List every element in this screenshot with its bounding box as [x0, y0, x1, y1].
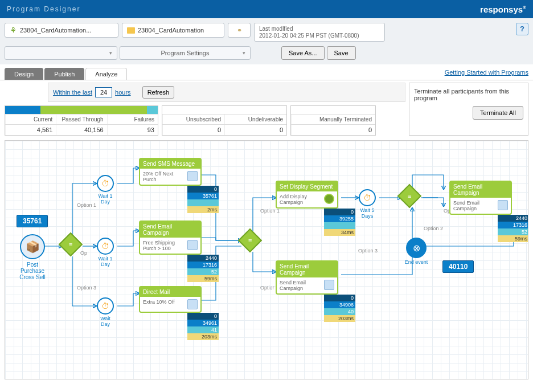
- end-node[interactable]: ⊗ End event: [404, 238, 429, 265]
- stat-unsub-val: 0: [162, 125, 224, 135]
- dropdown-1[interactable]: [5, 46, 117, 60]
- end-icon: ⊗: [406, 238, 427, 258]
- gateway-1[interactable]: ≡: [62, 236, 79, 253]
- brand-logo: responsys®: [480, 5, 526, 14]
- flow-connectors: [5, 141, 528, 379]
- opt-2: Op: [80, 250, 87, 256]
- last-modified-box: Last modified 2012-01-20 04:25 PM PST (G…: [254, 23, 385, 42]
- hours-input[interactable]: [95, 87, 112, 97]
- program-settings-dropdown[interactable]: Program Settings: [120, 46, 251, 60]
- stats-row: Current Passed Through Failures 4,561 40…: [5, 105, 405, 136]
- terminate-text: Terminate all participants from this pro…: [414, 88, 523, 101]
- timer-1[interactable]: ⏱Wait 1 Day: [96, 175, 114, 205]
- save-as-button[interactable]: Save As...: [281, 46, 325, 60]
- gateway-3[interactable]: ≡: [401, 187, 418, 205]
- link-box[interactable]: ⚭: [228, 23, 251, 38]
- end-label: End event: [404, 259, 429, 265]
- tab-publish[interactable]: Publish: [44, 68, 84, 80]
- stat-unsub-hdr: Unsubscribed: [162, 115, 224, 124]
- program-path: 23804_CardAutomation...: [20, 27, 91, 34]
- activity-display-segment[interactable]: Set Display SegmentAdd Display Campaign …: [276, 181, 355, 236]
- opt-7: Optior: [260, 285, 274, 291]
- start-icon: 📦: [20, 234, 45, 259]
- activity-email-3[interactable]: Send Email CampaignSend Email Campaign 2…: [449, 181, 528, 242]
- app-title: Program Designer: [7, 5, 80, 13]
- getting-started-link[interactable]: Getting Started with Programs: [445, 69, 528, 79]
- start-label: Post Purchase Cross Sell: [17, 262, 48, 280]
- help-button[interactable]: ?: [516, 23, 528, 35]
- refresh-button[interactable]: Refresh: [142, 86, 175, 99]
- activity-sms[interactable]: Send SMS Message20% Off Next Purch 03576…: [139, 158, 219, 213]
- program-tree-icon: ⚘: [10, 26, 17, 35]
- app-header: Program Designer responsys®: [0, 0, 533, 18]
- opt-3: Option 3: [77, 285, 96, 291]
- program-path-box[interactable]: ⚘ 23804_CardAutomation...: [5, 23, 118, 38]
- opt-6: Option 3: [358, 248, 378, 254]
- folder-name: 23804_CardAutomation: [138, 27, 204, 34]
- tabs: Design Publish Analyze Getting Started w…: [0, 64, 533, 80]
- activity-email-2[interactable]: Send Email CampaignSend Email Campaign 0…: [276, 260, 355, 322]
- timer-3[interactable]: ⏱Wait Day: [96, 297, 114, 327]
- folder-icon: [127, 27, 135, 34]
- chain-icon: ⚭: [237, 27, 242, 34]
- terminate-all-button[interactable]: Terminate All: [473, 106, 523, 120]
- folder-box[interactable]: 23804_CardAutomation: [122, 23, 224, 38]
- stat-passed-hdr: Passed Through: [56, 115, 106, 124]
- toolbar: ⚘ 23804_CardAutomation... 23804_CardAuto…: [0, 18, 533, 46]
- within-link[interactable]: Within the last: [53, 89, 92, 96]
- filter-row: Within the last hours Refresh: [48, 83, 405, 102]
- gateway-2[interactable]: ≡: [241, 232, 259, 249]
- end-count-badge: 40110: [442, 260, 474, 273]
- stat-failures-val: 93: [107, 125, 158, 135]
- stat-current-val: 4,561: [5, 125, 56, 135]
- tab-design[interactable]: Design: [5, 68, 43, 80]
- flow-canvas[interactable]: 35761 📦 Post Purchase Cross Sell ≡ ⏱Wait…: [5, 140, 528, 379]
- activity-email-1[interactable]: Send Email CampaignFree Shipping Purch >…: [139, 220, 219, 282]
- tab-analyze[interactable]: Analyze: [85, 68, 127, 80]
- stat-undeliv-val: 0: [224, 125, 286, 135]
- toolbar-row-2: Program Settings Save As... Save: [0, 46, 533, 64]
- terminate-box: Terminate all participants from this pro…: [409, 83, 528, 136]
- last-modified-value: 2012-01-20 04:25 PM PST (GMT-0800): [259, 32, 359, 39]
- opt-1: Option 1: [77, 202, 96, 208]
- timer-4[interactable]: ⏱Wait 5 Days: [358, 189, 376, 219]
- stat-manterm-val: 0: [291, 125, 375, 135]
- stat-undeliv-hdr: Undeliverable: [224, 115, 286, 124]
- save-button[interactable]: Save: [327, 46, 356, 60]
- activity-directmail[interactable]: Direct MailExtra 10% Off 03496141203ms: [139, 286, 219, 340]
- hours-link[interactable]: hours: [115, 89, 131, 96]
- timer-2[interactable]: ⏱Wait 1 Day: [96, 238, 114, 267]
- stat-current-hdr: Current: [5, 115, 56, 124]
- last-modified-label: Last modified: [259, 26, 293, 32]
- stat-manterm-hdr: Manually Terminated: [291, 115, 375, 124]
- opt-5: Option 2: [424, 226, 443, 231]
- start-node[interactable]: 📦 Post Purchase Cross Sell: [17, 232, 48, 280]
- stat-failures-hdr: Failures: [107, 115, 158, 124]
- stat-passed-val: 40,156: [56, 125, 106, 135]
- start-count-badge: 35761: [17, 215, 48, 227]
